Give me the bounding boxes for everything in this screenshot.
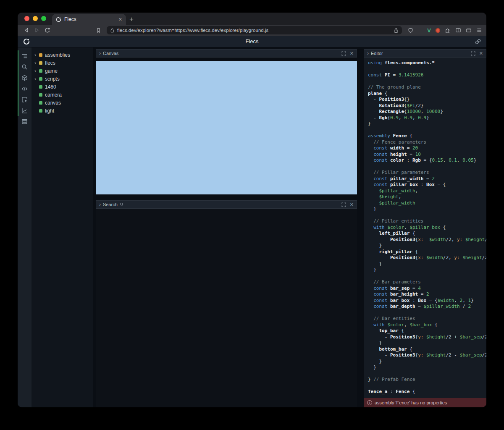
extension-dot-icon[interactable] (436, 28, 440, 33)
tree-item-scripts[interactable]: ›scripts (32, 75, 93, 83)
center-column: › Canvas ✕ › Search (96, 49, 357, 407)
fullscreen-icon[interactable] (471, 51, 475, 56)
tree-icon[interactable] (18, 50, 32, 61)
code-line (368, 371, 486, 377)
traffic-lights (24, 13, 46, 25)
tree-item-label: game (45, 68, 58, 74)
search-panel-title: Search (103, 202, 118, 207)
brave-shield-icon[interactable] (406, 26, 415, 34)
entity-color-square (39, 53, 42, 57)
collapse-chevron-icon[interactable]: › (99, 202, 101, 207)
close-icon[interactable]: ✕ (350, 202, 354, 207)
tab-close-icon[interactable]: ✕ (118, 17, 122, 22)
sidebar-toggle-icon[interactable] (455, 27, 461, 33)
bookmark-icon[interactable] (94, 26, 103, 34)
tree-item-label: flecs (45, 60, 55, 66)
code-line: // The ground plane (368, 84, 486, 91)
canvas-panel-header: › Canvas ✕ (96, 49, 357, 58)
code-editor-content[interactable]: using flecs.components.* const PI = 3.14… (368, 60, 486, 395)
tree-item-1460[interactable]: 1460 (32, 83, 93, 91)
code-line: const bar_depth = $pillar_width / 2 (368, 304, 486, 310)
share-link-icon[interactable] (475, 39, 481, 45)
browser-window: Flecs ✕ + flecs.dev/explorer/?wasm=https… (18, 13, 486, 407)
reload-button[interactable] (43, 26, 52, 34)
code-line: const height = 10 (368, 152, 486, 158)
back-button[interactable] (22, 26, 31, 34)
fullscreen-icon[interactable] (341, 51, 346, 56)
main-content: ›assemblies›flecs›game›scripts1460camera… (18, 47, 486, 407)
code-line: - Position3{x: $width/2, y: $height/2} (368, 255, 486, 261)
close-icon[interactable]: ✕ (479, 51, 483, 56)
chart-icon[interactable] (18, 105, 32, 116)
entity-color-square (39, 69, 42, 73)
close-window-button[interactable] (24, 16, 29, 21)
minimize-window-button[interactable] (33, 16, 38, 21)
code-line: with $color, $pillar_box { (368, 225, 486, 231)
tree-item-game[interactable]: ›game (32, 67, 93, 75)
entity-color-square (39, 61, 42, 65)
editor-error-bar: i assembly 'Fence' has no properties (364, 398, 486, 407)
search-panel-header: › Search ✕ (96, 200, 357, 209)
flecs-favicon-icon (56, 17, 61, 22)
code-line: } (368, 364, 486, 371)
code-line (368, 212, 486, 219)
code-editor[interactable]: using flecs.components.* const PI = 3.14… (364, 58, 486, 398)
tree-item-label: canvas (45, 100, 61, 106)
info-icon: i (367, 400, 372, 405)
share-icon[interactable] (394, 28, 399, 33)
entity-color-square (39, 85, 42, 89)
entity-color-square (39, 101, 42, 105)
code-line (368, 164, 486, 170)
code-icon[interactable] (18, 83, 32, 94)
site-info-icon[interactable] (110, 28, 115, 33)
expand-chevron-icon[interactable]: › (34, 76, 39, 81)
code-line: bottom_bar { (368, 346, 486, 353)
search-icon (120, 202, 124, 207)
code-line: } (368, 267, 486, 273)
tree-item-flecs[interactable]: ›flecs (32, 59, 93, 67)
code-line: const color : Rgb = {0.15, 0.1, 0.05} (368, 157, 486, 164)
entity-color-square (39, 109, 42, 113)
tree-item-light[interactable]: light (32, 107, 93, 115)
code-line: with $color, $bar_box { (368, 322, 486, 328)
maximize-window-button[interactable] (41, 16, 46, 21)
collapse-chevron-icon[interactable]: › (99, 51, 101, 56)
wallet-icon[interactable] (466, 27, 472, 33)
vue-devtools-icon[interactable]: V (427, 27, 431, 34)
code-line: plane { (368, 91, 486, 97)
tree-item-assemblies[interactable]: ›assemblies (32, 51, 93, 59)
code-line: } (368, 359, 486, 365)
expand-chevron-icon[interactable]: › (34, 68, 39, 73)
code-line (368, 127, 486, 134)
stack-icon[interactable] (18, 116, 32, 127)
extensions-puzzle-icon[interactable] (445, 27, 451, 33)
browser-tab[interactable]: Flecs ✕ (52, 14, 126, 25)
new-tab-button[interactable]: + (126, 14, 137, 25)
code-line: right_pillar { (368, 249, 486, 255)
code-line: using flecs.components.* (368, 60, 486, 66)
url-text[interactable]: flecs.dev/explorer/?wasm=https://www.fle… (117, 28, 391, 33)
code-line: fence_a : Fence { (368, 389, 486, 395)
search-icon[interactable] (18, 61, 32, 72)
cube-icon[interactable] (18, 72, 32, 83)
tree-item-camera[interactable]: camera (32, 91, 93, 99)
code-line: $height, (368, 194, 486, 200)
fullscreen-icon[interactable] (341, 202, 346, 207)
editor-panel-header: › Editor ✕ (364, 49, 486, 58)
code-line: const pillar_width = 2 (368, 176, 486, 182)
extensions-area: V (427, 27, 482, 34)
menu-icon[interactable] (476, 27, 482, 33)
forward-button[interactable] (32, 26, 42, 34)
code-line: // Pillar entities (368, 218, 486, 225)
collapse-chevron-icon[interactable]: › (367, 51, 369, 56)
inspect-icon[interactable] (18, 94, 32, 105)
search-panel-body[interactable] (96, 209, 357, 407)
tree-item-canvas[interactable]: canvas (32, 99, 93, 107)
expand-chevron-icon[interactable]: › (34, 52, 39, 58)
code-line: const pillar_box : Box = { (368, 182, 486, 188)
close-icon[interactable]: ✕ (350, 51, 354, 56)
canvas-viewport[interactable] (96, 61, 357, 194)
address-bar[interactable]: flecs.dev/explorer/?wasm=https://www.fle… (107, 26, 402, 34)
expand-chevron-icon[interactable]: › (34, 60, 39, 66)
icon-rail (18, 47, 32, 407)
